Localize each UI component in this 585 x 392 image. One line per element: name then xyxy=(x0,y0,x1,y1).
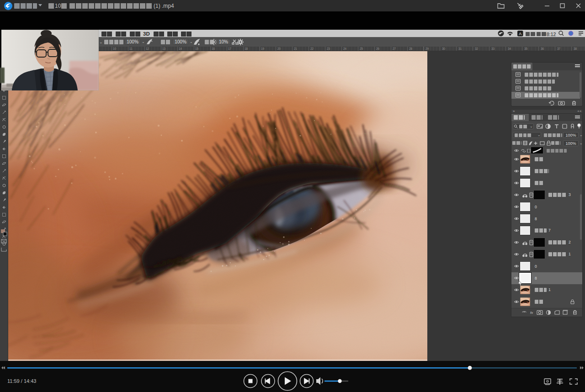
svg-text:fx: fx xyxy=(530,311,533,315)
svg-text:A: A xyxy=(519,32,521,36)
